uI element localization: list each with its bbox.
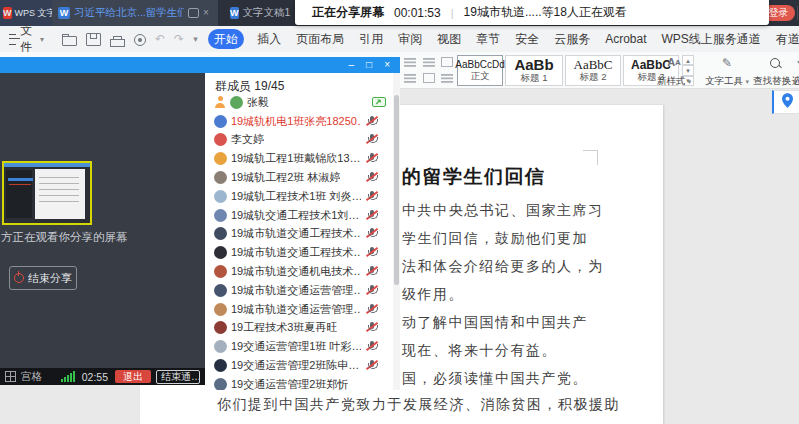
save-icon[interactable] <box>86 33 101 46</box>
mic-muted-icon <box>365 133 393 146</box>
print-icon[interactable] <box>110 39 125 47</box>
wps-doc-icon: W <box>58 7 70 19</box>
close-tab-icon[interactable]: × <box>203 8 209 18</box>
maximize-icon[interactable]: □ <box>366 60 372 70</box>
wps-doc-icon: W <box>230 7 239 19</box>
tab-wps-service[interactable]: WPS线上服务通道 <box>654 31 768 48</box>
tab-section[interactable]: 章节 <box>469 31 508 48</box>
location-pin-button[interactable] <box>772 90 799 114</box>
screen-sharing-badge-icon <box>372 96 393 108</box>
document-text-line: 级作用。 <box>402 286 464 304</box>
member-row[interactable]: 19城轨工程2班 林淑婷 <box>205 168 393 187</box>
open-icon[interactable] <box>62 36 77 46</box>
grid-layout-label[interactable]: 宫格 <box>21 370 42 384</box>
text-tools-button[interactable]: ✎ 文字工具 ▾ <box>704 54 750 90</box>
select-button[interactable]: 选择 <box>786 54 799 90</box>
member-row[interactable]: 19交通运营管理2班郑忻 <box>205 375 393 390</box>
customize-toolbar-icon[interactable]: ▾ <box>193 35 198 44</box>
sharing-timer: 00:01:53 <box>394 6 441 20</box>
tab-page-layout[interactable]: 页面布局 <box>289 31 352 48</box>
tab-acrobat[interactable]: Acrobat <box>598 32 654 46</box>
hamburger-icon <box>9 34 16 45</box>
tab-home[interactable]: 开始 <box>208 29 244 49</box>
minimize-icon[interactable]: – <box>349 60 355 70</box>
style-heading1[interactable]: AaBb 标题 1 <box>505 55 563 86</box>
tab-cloud[interactable]: 云服务 <box>547 31 598 48</box>
person-icon <box>214 96 226 108</box>
style-heading2[interactable]: AaBbC 标题 2 <box>565 55 621 86</box>
end-share-button[interactable]: 结束分享 <box>9 266 77 290</box>
undo-icon[interactable]: ↶ <box>155 33 165 45</box>
print-preview-icon[interactable] <box>134 34 146 46</box>
tab-security[interactable]: 安全 <box>508 31 547 48</box>
mic-muted-icon <box>365 171 393 184</box>
member-row[interactable]: 张毅 <box>205 93 393 112</box>
document-tab-inactive[interactable]: W 文字文稿1 <box>224 0 294 26</box>
file-menu[interactable]: 文件 ▾ <box>0 22 54 56</box>
member-row[interactable]: 19城轨工程1班戴锦欣13… <box>205 149 393 168</box>
member-row[interactable]: 19城市轨道交通工程技术… <box>205 243 393 262</box>
member-row[interactable]: 19城轨交通工程技术1刘… <box>205 206 393 225</box>
line-spacing-icon[interactable] <box>423 58 435 67</box>
sort-icon[interactable] <box>404 58 416 67</box>
sharing-status-text: 正在分享屏幕 <box>312 4 384 21</box>
avatar <box>214 246 227 259</box>
table-borders-icon[interactable] <box>423 73 435 83</box>
mic-muted-icon <box>365 303 393 316</box>
thumbnail-page <box>35 169 85 219</box>
member-row[interactable]: 19城轨机电1班张亮18250… <box>205 112 393 131</box>
avatar <box>214 209 227 222</box>
document-text-line: 学生们回信，鼓励他们更加 <box>402 230 588 248</box>
menubar: 文件 ▾ ↶ ↷ ▾ 开始 插入 页面布局 引用 审阅 视图 章节 安全 云服务… <box>0 26 799 53</box>
avatar <box>214 378 227 390</box>
share-preview-thumbnail[interactable] <box>2 161 92 225</box>
member-row[interactable]: 19城市轨道交通机电技术… <box>205 262 393 281</box>
mic-muted-icon <box>365 115 393 128</box>
shading-icon[interactable] <box>404 74 416 83</box>
borders-icon[interactable] <box>441 57 453 67</box>
wps-logo-icon: W <box>3 7 12 19</box>
member-row[interactable]: 19交通运营管理1班 叶彩… <box>205 337 393 356</box>
tab-youdao-translate[interactable]: 有道翻译 <box>768 31 799 48</box>
share-window-titlebar[interactable]: – □ × <box>0 57 400 73</box>
screen: 的留学生们回信 中共中央总书记、国家主席习 学生们回信，鼓励他们更加 法和体会介… <box>0 0 799 424</box>
member-row[interactable]: 19交通运营管理2班陈申… <box>205 356 393 375</box>
titlebar-divider <box>797 6 798 20</box>
exit-button[interactable]: 退出 <box>115 370 151 383</box>
thumbnail-titlebar <box>4 163 90 167</box>
new-style-button[interactable]: AA 新样式 ▾ <box>652 54 696 90</box>
avatar <box>214 303 227 316</box>
style-normal[interactable]: AaBbCcDd 正文 <box>457 55 503 86</box>
show-marks-icon[interactable] <box>441 74 453 83</box>
member-row[interactable]: 19城轨工程技术1班 刘炎… <box>205 187 393 206</box>
sharing-status-toast[interactable]: 正在分享屏幕 00:01:53 | 19城市轨道.....等18人正在观看 <box>295 0 769 25</box>
tab-view[interactable]: 视图 <box>430 31 469 48</box>
call-timer: 02:55 <box>82 371 108 383</box>
chevron-down-icon: ▾ <box>40 35 44 44</box>
end-call-button[interactable]: 结束通… <box>156 370 200 384</box>
magnifier-icon <box>770 56 780 69</box>
close-icon[interactable]: × <box>384 60 390 70</box>
grid-layout-icon[interactable] <box>5 371 16 382</box>
avatar <box>214 359 227 372</box>
redo-icon[interactable]: ↷ <box>174 33 184 45</box>
avatar <box>214 284 227 297</box>
member-row[interactable]: 19城市轨道交通运营管理… <box>205 281 393 300</box>
mic-muted-icon <box>365 284 393 297</box>
tab-insert[interactable]: 插入 <box>250 31 289 48</box>
document-text-line: 中共中央总书记、国家主席习 <box>402 202 604 220</box>
pushpin-icon[interactable] <box>188 8 199 18</box>
document-tab-active[interactable]: W 习近平给北京...留学生们回信 × <box>52 0 218 26</box>
app-name: WPS 文字 <box>15 7 56 20</box>
tab-references[interactable]: 引用 <box>352 31 391 48</box>
tab-review[interactable]: 审阅 <box>391 31 430 48</box>
avatar <box>214 265 227 278</box>
mic-muted-icon <box>365 209 393 222</box>
avatar <box>214 171 227 184</box>
member-row[interactable]: 李文婷 <box>205 131 393 150</box>
document-text-line: 现在、将来十分有益。 <box>402 342 557 360</box>
member-row[interactable]: 19工程技术3班夏再旺 <box>205 319 393 338</box>
scrollbar-thumb[interactable] <box>394 95 399 285</box>
member-row[interactable]: 19城市轨道交通运营管理… <box>205 300 393 319</box>
member-row[interactable]: 19城市轨道交通工程技术… <box>205 225 393 244</box>
